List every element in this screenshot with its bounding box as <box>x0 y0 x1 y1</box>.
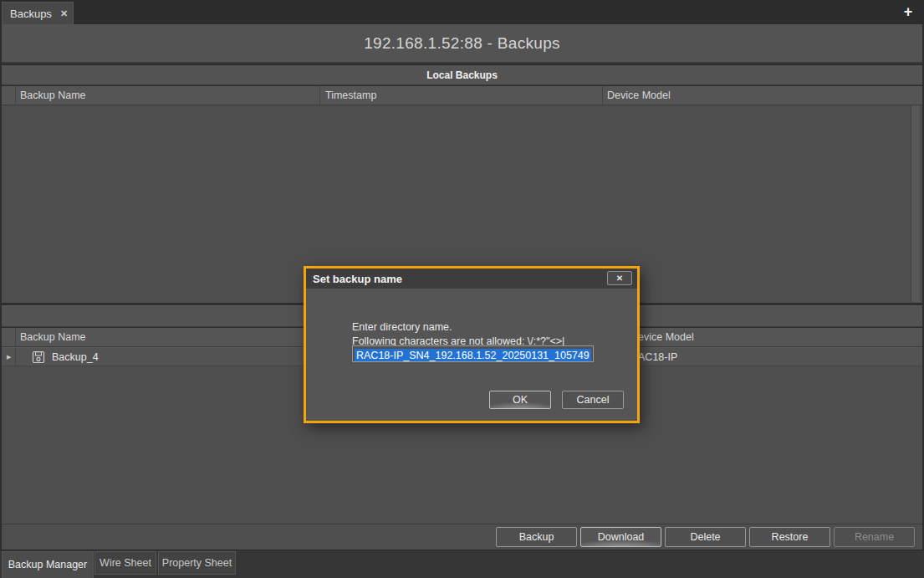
tab-property-sheet[interactable]: Property Sheet <box>158 551 236 575</box>
bottom-tab-bar: Backup Manager Wire Sheet Property Sheet <box>0 550 924 578</box>
add-tab-icon[interactable]: + <box>899 3 917 21</box>
dialog-title: Set backup name <box>306 273 402 285</box>
rename-button: Rename <box>834 527 915 547</box>
floppy-disk-icon <box>32 350 45 367</box>
local-backups-heading: Local Backups <box>2 65 922 85</box>
download-button[interactable]: Download <box>580 527 661 547</box>
page-title: 192.168.1.52:88 - Backups <box>2 24 922 64</box>
column-divider <box>602 86 603 105</box>
column-divider <box>15 86 16 105</box>
ok-button[interactable]: OK <box>489 391 551 409</box>
action-button-band: Backup Download Delete Restore Rename <box>2 524 922 550</box>
column-divider <box>319 86 320 105</box>
row-expander-icon[interactable]: ▶ <box>7 354 11 361</box>
tab-backup-manager[interactable]: Backup Manager <box>2 551 94 578</box>
restore-button[interactable]: Restore <box>749 527 830 547</box>
column-header-timestamp[interactable]: Timestamp <box>325 86 376 105</box>
backup-name-input[interactable]: RAC18-IP_SN4_192.168.1.52_20250131_10574… <box>352 345 594 362</box>
tab-backups[interactable]: Backups ✕ <box>2 2 74 24</box>
dialog-message-line1: Enter directory name. <box>352 320 564 335</box>
local-backups-table-header: Backup Name Timestamp Device Model <box>2 86 922 105</box>
vertical-scrollbar[interactable] <box>911 105 920 302</box>
cell-backup-name: Backup_4 <box>52 348 99 366</box>
dialog-close-icon[interactable]: ✕ <box>607 271 632 285</box>
tab-wire-sheet[interactable]: Wire Sheet <box>94 551 156 575</box>
column-divider <box>15 348 16 366</box>
dialog-message: Enter directory name. Following characte… <box>352 320 564 349</box>
dialog-title-bar[interactable]: Set backup name ✕ <box>306 269 637 289</box>
set-backup-name-dialog: Set backup name ✕ Enter directory name. … <box>304 266 640 423</box>
tab-close-icon[interactable]: ✕ <box>60 8 68 19</box>
delete-button[interactable]: Delete <box>665 527 746 547</box>
backup-button[interactable]: Backup <box>496 527 577 547</box>
column-header-backup-name[interactable]: Backup Name <box>20 328 86 347</box>
column-divider <box>15 328 16 347</box>
column-header-backup-name[interactable]: Backup Name <box>20 86 86 105</box>
tab-backups-label: Backups <box>10 8 52 20</box>
cancel-button[interactable]: Cancel <box>562 391 624 409</box>
column-header-device-model[interactable]: Device Model <box>630 328 694 347</box>
top-tab-bar: Backups ✕ + <box>0 0 924 24</box>
selected-input-text: RAC18-IP_SN4_192.168.1.52_20250131_10574… <box>355 349 591 362</box>
column-header-device-model[interactable]: Device Model <box>607 86 671 105</box>
